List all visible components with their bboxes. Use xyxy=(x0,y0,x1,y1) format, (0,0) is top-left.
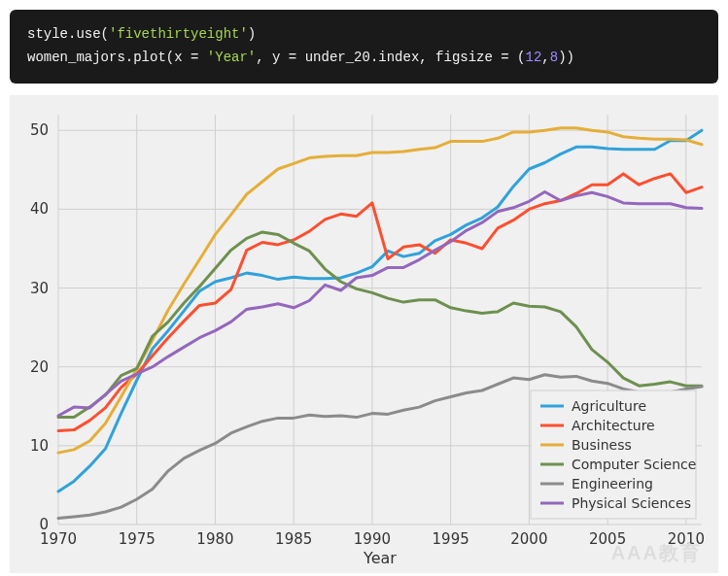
y-tick-label: 20 xyxy=(30,357,49,375)
code-text: women_majors.plot(x = xyxy=(27,50,207,65)
line-chart: 1970197519801985199019952000200520100102… xyxy=(14,103,713,569)
code-string: 'fivethirtyeight' xyxy=(109,26,248,42)
x-tick-label: 1990 xyxy=(354,530,391,548)
x-tick-label: 1975 xyxy=(119,530,156,548)
y-tick-label: 10 xyxy=(30,436,49,454)
y-tick-label: 40 xyxy=(30,200,49,218)
x-tick-label: 1985 xyxy=(275,530,312,548)
code-number: 12 xyxy=(526,50,542,65)
legend-label: Computer Science xyxy=(572,457,696,472)
x-tick-label: 2000 xyxy=(510,530,547,548)
code-text: style.use( xyxy=(27,26,109,42)
code-text: , xyxy=(541,50,549,65)
code-text: )) xyxy=(558,50,574,65)
legend-label: Engineering xyxy=(572,476,653,491)
y-tick-label: 30 xyxy=(30,279,49,296)
y-tick-label: 0 xyxy=(39,516,49,533)
x-tick-label: 1980 xyxy=(196,530,233,548)
legend-label: Agriculture xyxy=(572,398,646,414)
x-axis-label: Year xyxy=(363,549,397,567)
x-tick-label: 1995 xyxy=(433,530,469,548)
legend-label: Architecture xyxy=(572,418,655,433)
chart-container: 1970197519801985199019952000200520100102… xyxy=(10,95,718,573)
code-string: 'Year' xyxy=(207,50,256,65)
code-number: 8 xyxy=(550,50,558,65)
legend-label: Business xyxy=(572,437,632,453)
code-block: style.use('fivethirtyeight') women_major… xyxy=(10,10,718,84)
code-text: ) xyxy=(248,26,256,42)
watermark: AAA教育 xyxy=(611,542,702,563)
code-text: , y = under_20.index, figsize = ( xyxy=(256,50,525,65)
y-tick-label: 50 xyxy=(30,121,49,139)
legend-label: Physical Sciences xyxy=(572,495,691,511)
